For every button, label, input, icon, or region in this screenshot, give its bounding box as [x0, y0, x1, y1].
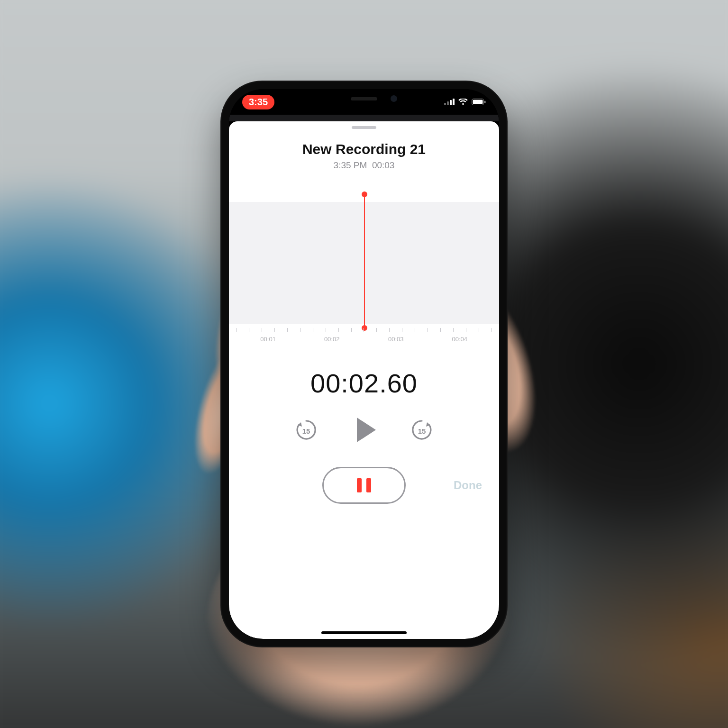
svg-rect-5 — [473, 100, 483, 104]
wifi-icon — [458, 99, 468, 105]
elapsed-timer: 00:02.60 — [229, 368, 499, 399]
pause-icon — [366, 478, 371, 492]
recording-sheet: New Recording 21 3:35 PM 00:03 00:01 00:… — [229, 121, 499, 639]
home-indicator[interactable] — [321, 631, 407, 634]
play-button[interactable] — [357, 418, 376, 442]
recording-time-pill[interactable]: 3:35 — [242, 95, 274, 109]
sheet-grabber[interactable] — [352, 126, 376, 129]
tick-label: 00:01 — [260, 336, 276, 343]
recording-title[interactable]: New Recording 21 — [229, 141, 499, 157]
svg-rect-1 — [447, 101, 449, 105]
pause-button[interactable] — [322, 467, 406, 504]
phone-frame: 3:35 New Recording 21 3:35 PM 00:03 — [220, 81, 508, 647]
svg-rect-3 — [453, 99, 455, 105]
recording-duration: 00:03 — [372, 160, 395, 170]
phone-screen: 3:35 New Recording 21 3:35 PM 00:03 — [229, 89, 499, 639]
tick-label: 00:02 — [324, 336, 340, 343]
skip-forward-button[interactable]: 15 — [410, 418, 434, 442]
svg-rect-0 — [444, 103, 446, 105]
notch — [305, 89, 423, 108]
done-button[interactable]: Done — [454, 479, 482, 492]
timeline-ruler: 00:01 00:02 00:03 00:04 — [229, 328, 499, 347]
svg-rect-2 — [450, 100, 452, 105]
transport-controls: 15 15 — [229, 418, 499, 442]
skip-forward-amount: 15 — [410, 418, 434, 442]
tick-label: 00:04 — [452, 336, 467, 343]
svg-rect-6 — [484, 101, 486, 103]
cellular-icon — [444, 99, 455, 105]
recording-time: 3:35 PM — [334, 160, 367, 170]
recording-subtitle: 3:35 PM 00:03 — [229, 160, 499, 171]
front-camera — [391, 95, 397, 102]
tick-label: 00:03 — [388, 336, 404, 343]
skip-back-amount: 15 — [294, 418, 318, 442]
waveform-area[interactable]: 00:01 00:02 00:03 00:04 — [229, 191, 499, 347]
skip-back-button[interactable]: 15 — [294, 418, 318, 442]
status-icons — [444, 99, 486, 105]
playhead-indicator[interactable] — [364, 194, 365, 328]
speaker-grille — [351, 97, 377, 100]
status-time: 3:35 — [249, 97, 268, 108]
battery-icon — [472, 99, 486, 105]
pause-icon — [357, 478, 362, 492]
